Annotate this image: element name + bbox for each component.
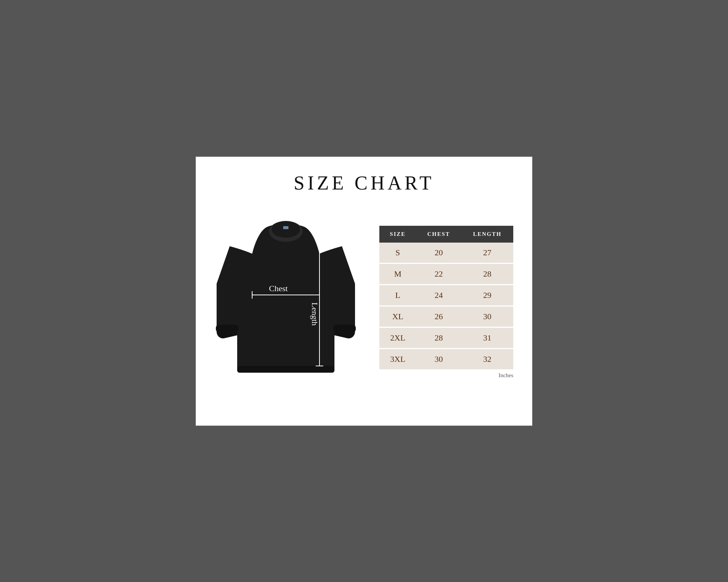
- cell-length: 32: [461, 349, 513, 370]
- col-header-size: SIZE: [379, 226, 416, 243]
- col-header-length: LENGTH: [461, 226, 513, 243]
- svg-text:Length: Length: [310, 302, 319, 326]
- table-row: 2XL2831: [379, 327, 513, 349]
- cell-size: 2XL: [379, 327, 416, 349]
- cell-size: M: [379, 264, 416, 285]
- page-title: SIZE CHART: [215, 172, 513, 194]
- table-header-row: SIZE CHEST LENGTH: [379, 226, 513, 243]
- sweatshirt-diagram: Chest Length: [215, 209, 357, 396]
- table-row: 3XL3032: [379, 349, 513, 370]
- cell-chest: 24: [416, 285, 461, 306]
- svg-text:Chest: Chest: [269, 284, 288, 293]
- cell-chest: 26: [416, 306, 461, 327]
- cell-chest: 20: [416, 243, 461, 264]
- cell-chest: 28: [416, 327, 461, 349]
- table-row: L2429: [379, 285, 513, 306]
- svg-rect-2: [216, 325, 238, 332]
- size-chart-card: SIZE CHART: [196, 157, 532, 426]
- svg-rect-3: [333, 325, 356, 332]
- cell-length: 28: [461, 264, 513, 285]
- cell-chest: 30: [416, 349, 461, 370]
- cell-chest: 22: [416, 264, 461, 285]
- svg-rect-5: [283, 226, 288, 229]
- cell-size: 3XL: [379, 349, 416, 370]
- cell-size: XL: [379, 306, 416, 327]
- table-row: XL2630: [379, 306, 513, 327]
- size-table: SIZE CHEST LENGTH S2027M2228L2429XL26302…: [379, 226, 513, 369]
- content-row: Chest Length SIZE CHEST LENGTH: [215, 209, 513, 396]
- col-header-chest: CHEST: [416, 226, 461, 243]
- cell-length: 27: [461, 243, 513, 264]
- cell-length: 30: [461, 306, 513, 327]
- cell-size: L: [379, 285, 416, 306]
- cell-length: 29: [461, 285, 513, 306]
- table-row: S2027: [379, 243, 513, 264]
- svg-point-1: [272, 221, 300, 238]
- table-row: M2228: [379, 264, 513, 285]
- svg-rect-4: [237, 366, 334, 373]
- cell-size: S: [379, 243, 416, 264]
- size-table-area: SIZE CHEST LENGTH S2027M2228L2429XL26302…: [379, 226, 513, 379]
- unit-label: Inches: [379, 372, 513, 379]
- cell-length: 31: [461, 327, 513, 349]
